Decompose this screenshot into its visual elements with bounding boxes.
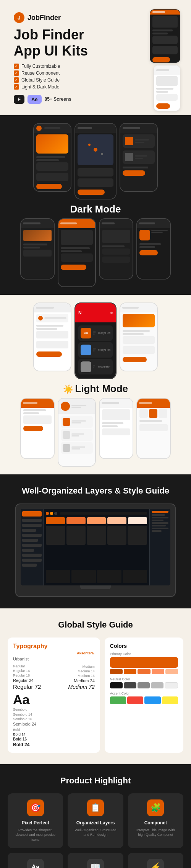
- check-icon-3: ✓: [14, 77, 19, 83]
- primary-shade-2: [124, 669, 136, 674]
- laptop-mockup: [15, 503, 176, 597]
- header-section: J JobFinder Job Finder App UI Kits ✓ Ful…: [0, 0, 191, 115]
- laptop-main-content: [44, 509, 149, 585]
- logo-icon: J: [14, 12, 24, 23]
- highlight-icon-1: 🎯: [27, 799, 44, 816]
- highlight-icon-4: Aa: [27, 859, 44, 868]
- laptop-stand: [80, 585, 111, 589]
- logo-row: J JobFinder: [14, 12, 115, 23]
- colors-title: Colors: [110, 643, 178, 649]
- highlight-title-3: Componet: [133, 820, 179, 825]
- highlight-card-5: 📖 Styleguide Included Consistent design …: [68, 853, 123, 868]
- dark-phone-7: [136, 218, 171, 280]
- dark-phone-6: [99, 218, 133, 280]
- light-section: N CO 8 days left: [0, 295, 191, 474]
- accent-yellow: [162, 696, 178, 704]
- semibold-label: Semibold: [13, 708, 95, 711]
- primary-shade-3: [138, 669, 150, 674]
- header-phone-dark: [150, 9, 180, 63]
- highlight-title-2: Organized Layers: [72, 820, 118, 825]
- highlight-icon-2: 📋: [87, 799, 104, 816]
- primary-color-label: Primary Color: [110, 652, 178, 656]
- dark-phone-4: [20, 218, 55, 280]
- highlight-icon-3: 🧩: [147, 799, 164, 816]
- bold-label: Bold: [13, 728, 95, 732]
- laptop-screen: [21, 509, 170, 585]
- hero-text: Job Finder App UI Kits: [14, 28, 115, 58]
- highlight-card-2: 📋 Organized Layers Well-Organized, Struc…: [68, 793, 123, 848]
- highlight-card-1: 🎯 Pixel Perfect Provides the sharpest, c…: [8, 793, 63, 848]
- neutral-1: [110, 682, 123, 688]
- check-icon-2: ✓: [14, 70, 19, 76]
- neutral-color-group: Neutral Color: [110, 677, 178, 688]
- regular-72: Regular 72: [13, 683, 41, 690]
- tool-badges: F Ae 85+ Screens: [14, 95, 115, 104]
- laptop-base: [69, 589, 122, 592]
- highlight-icon-6: ⚡: [147, 859, 164, 868]
- neutral-2: [124, 682, 136, 688]
- primary-shade-4: [152, 669, 164, 674]
- dark-phone-1: [33, 123, 71, 192]
- medium-label: Medium: [68, 665, 95, 669]
- light-phone-6: [99, 398, 133, 459]
- primary-shade-5: [165, 669, 178, 674]
- style-guide-banner-title: Well-Organized Layers & Style Guide: [8, 486, 183, 496]
- light-phone-1: [33, 302, 71, 371]
- highlight-title-1: Pixel Perfect: [12, 820, 58, 825]
- neutral-5: [165, 682, 178, 688]
- dark-phone-2: [74, 123, 117, 199]
- hero-phones: [115, 6, 183, 115]
- light-phone-7: [136, 398, 171, 459]
- product-highlight-title: Product Highlight: [8, 776, 183, 786]
- highlight-card-3: 🧩 Componet Interpret This Image With hig…: [128, 793, 183, 848]
- check-icon-4: ✓: [14, 84, 19, 90]
- light-phone-3: [120, 302, 158, 371]
- accent-green: [110, 696, 126, 704]
- primary-shade-1: [110, 669, 123, 674]
- accent-color-group: Accent Color: [110, 691, 178, 704]
- typography-title: Typography: [13, 643, 95, 650]
- check-icon-1: ✓: [14, 64, 19, 69]
- ae-badge: Ae: [28, 95, 42, 104]
- sun-emoji: ☀️: [63, 384, 73, 394]
- features-list: ✓ Fully Customizable ✓ Reuse Component ✓…: [14, 64, 115, 90]
- screens-count: 85+ Screens: [45, 96, 71, 102]
- highlight-grid: 🎯 Pixel Perfect Provides the sharpest, c…: [8, 793, 183, 868]
- neutral-4: [151, 682, 163, 688]
- dark-section: Dark Mode: [0, 115, 191, 295]
- light-mode-label: Light Mode: [75, 383, 128, 394]
- font-name: Urbanist: [13, 657, 95, 661]
- brand-label: Aksontera.: [13, 651, 95, 655]
- highlight-desc-2: Well-Organized, Structured and Run desig…: [72, 828, 118, 837]
- regular-label: Regular: [13, 664, 41, 668]
- product-highlight-section: Product Highlight 🎯 Pixel Perfect Provid…: [0, 764, 191, 868]
- light-phone-4: [20, 398, 55, 459]
- highlight-desc-1: Provides the sharpest, cleanest and most…: [12, 828, 58, 842]
- light-phone-2: N CO 8 days left: [74, 302, 117, 379]
- medium-72: Medium 72: [68, 684, 95, 690]
- colors-card: Colors Primary Color Neutral Color: [105, 638, 183, 753]
- light-phone-5: [58, 398, 96, 467]
- neutral-color-label: Neutral Color: [110, 677, 178, 681]
- header-phone-light: [154, 65, 180, 111]
- feature-1: ✓ Fully Customizable: [14, 64, 115, 69]
- highlight-card-4: Aa Free Font Using global font that easy…: [8, 853, 63, 868]
- accent-color-label: Accent Color: [110, 691, 178, 695]
- figma-badge: F: [14, 95, 24, 104]
- logo-text: JobFinder: [28, 14, 61, 22]
- highlight-icon-5: 📖: [87, 859, 104, 868]
- highlight-card-6: ⚡ Easy Customizable Easy to change and c…: [128, 853, 183, 868]
- feature-3: ✓ Global Style Guide: [14, 77, 115, 83]
- hero-title-line1: Job Finder: [14, 28, 115, 42]
- primary-color-group: Primary Color: [110, 652, 178, 674]
- typography-card: Typography Aksontera. Urbanist Regular R…: [8, 638, 100, 753]
- dark-phone-5: [58, 218, 96, 287]
- global-style-title: Global Style Guide: [8, 620, 183, 630]
- aa-display: Aa: [13, 693, 95, 706]
- accent-red: [127, 696, 143, 704]
- style-guide-banner: Well-Organized Layers & Style Guide: [0, 474, 191, 608]
- dark-mode-label: Dark Mode: [6, 203, 185, 215]
- style-guide-cards: Typography Aksontera. Urbanist Regular R…: [8, 638, 183, 753]
- laptop-sidebar: [21, 509, 44, 585]
- dark-phone-3: [120, 123, 158, 192]
